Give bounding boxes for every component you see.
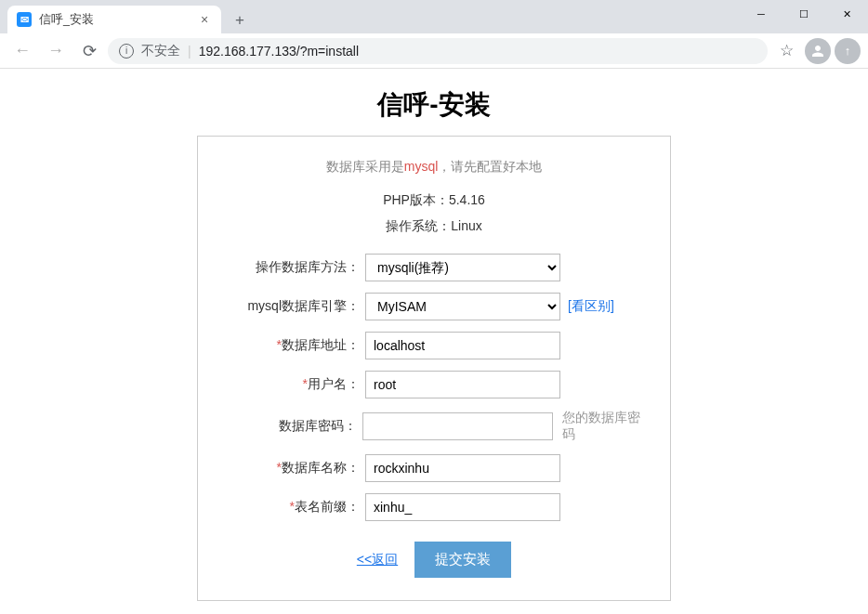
maximize-button[interactable]: ☐ (783, 0, 825, 28)
profile-avatar-icon[interactable] (805, 38, 831, 64)
notice-text: 数据库采用是mysql，请先配置好本地 (217, 159, 651, 176)
row-db-user: *用户名： (217, 371, 651, 398)
forward-icon[interactable]: → (41, 36, 71, 66)
input-db-host[interactable] (365, 332, 560, 359)
window-controls: ─ ☐ ✕ (740, 0, 868, 28)
submit-button[interactable]: 提交安装 (414, 542, 511, 578)
label-db-user: *用户名： (217, 376, 365, 393)
row-db-pass: 数据库密码： 您的数据库密码 (217, 410, 651, 443)
close-window-button[interactable]: ✕ (825, 0, 868, 28)
tab-strip: ✉ 信呼_安装 × + (0, 0, 868, 33)
install-panel: 数据库采用是mysql，请先配置好本地 PHP版本：5.4.16 操作系统：Li… (197, 136, 671, 601)
browser-tab[interactable]: ✉ 信呼_安装 × (7, 6, 221, 33)
select-db-method[interactable]: mysqli(推荐) (365, 254, 560, 281)
input-db-pass[interactable] (362, 412, 554, 440)
select-db-engine[interactable]: MyISAM (365, 293, 560, 320)
os-text: 操作系统：Linux (217, 218, 651, 235)
tab-title: 信呼_安装 (39, 12, 190, 28)
bookmark-star-icon[interactable]: ☆ (771, 36, 801, 66)
minimize-button[interactable]: ─ (740, 0, 783, 28)
url-text: 192.168.177.133/?m=install (199, 44, 359, 59)
row-db-name: *数据库名称： (217, 454, 651, 482)
input-tb-prefix[interactable] (365, 493, 560, 521)
omnibox[interactable]: i 不安全 | 192.168.177.133/?m=install (108, 38, 768, 64)
row-db-method: 操作数据库方法： mysqli(推荐) (217, 254, 651, 281)
new-tab-button[interactable]: + (227, 7, 253, 33)
page-title: 信呼-安装 (0, 87, 868, 123)
label-db-pass: 数据库密码： (217, 418, 362, 435)
favicon-icon: ✉ (17, 12, 32, 27)
input-db-user[interactable] (365, 371, 560, 398)
notice-pre: 数据库采用是 (326, 159, 404, 174)
secure-label: 不安全 (141, 43, 180, 59)
label-db-method: 操作数据库方法： (217, 259, 365, 276)
divider: | (188, 44, 191, 59)
page-content: 信呼-安装 数据库采用是mysql，请先配置好本地 PHP版本：5.4.16 操… (0, 69, 868, 614)
reload-icon[interactable]: ⟳ (74, 36, 104, 66)
label-db-host: *数据库地址： (217, 337, 365, 354)
button-row: <<返回 提交安装 (217, 542, 651, 578)
row-tb-prefix: *表名前缀： (217, 493, 651, 521)
label-db-engine: mysql数据库引擎： (217, 298, 365, 315)
input-db-name[interactable] (365, 454, 560, 482)
label-tb-prefix: *表名前缀： (217, 499, 365, 516)
link-engine-diff[interactable]: [看区别] (568, 298, 614, 315)
upload-icon[interactable]: ↑ (835, 38, 861, 64)
back-link[interactable]: <<返回 (357, 552, 398, 568)
close-tab-icon[interactable]: × (197, 12, 212, 27)
notice-mysql: mysql (404, 159, 439, 174)
info-icon[interactable]: i (119, 44, 134, 59)
address-bar: ← → ⟳ i 不安全 | 192.168.177.133/?m=install… (0, 33, 868, 69)
back-icon[interactable]: ← (7, 36, 37, 66)
hint-db-pass: 您的数据库密码 (562, 410, 651, 443)
php-version-text: PHP版本：5.4.16 (217, 192, 651, 209)
notice-post: ，请先配置好本地 (438, 159, 542, 174)
label-db-name: *数据库名称： (217, 460, 365, 477)
row-db-host: *数据库地址： (217, 332, 651, 359)
row-db-engine: mysql数据库引擎： MyISAM [看区别] (217, 293, 651, 320)
